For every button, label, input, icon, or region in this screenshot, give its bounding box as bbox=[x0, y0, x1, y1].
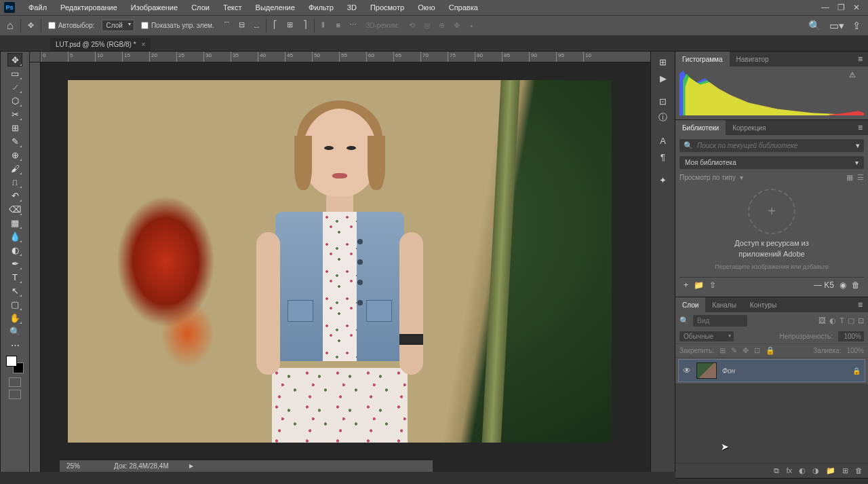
panel-menu-icon[interactable]: ≡ bbox=[852, 54, 868, 64]
tab-channels[interactable]: Каналы bbox=[705, 297, 743, 312]
align-top-icon[interactable]: ⎴ bbox=[221, 19, 233, 31]
close-tab-icon[interactable]: × bbox=[142, 41, 146, 48]
layer-name[interactable]: Фон bbox=[722, 367, 735, 375]
quick-select-tool[interactable]: ⬡ bbox=[7, 94, 22, 107]
layer-group-icon[interactable]: 📁 bbox=[826, 466, 835, 475]
fill-value[interactable]: 100% bbox=[846, 347, 864, 354]
tab-libraries[interactable]: Библиотеки bbox=[675, 120, 726, 135]
status-menu-icon[interactable]: ▶ bbox=[189, 463, 193, 469]
3d-pan-icon[interactable]: ⊕ bbox=[436, 20, 448, 32]
link-layers-icon[interactable]: ⧉ bbox=[774, 466, 779, 475]
tab-paths[interactable]: Контуры bbox=[743, 297, 783, 312]
styles-icon[interactable]: ✦ bbox=[656, 172, 671, 187]
adjustments-icon[interactable]: ⊞ bbox=[656, 54, 671, 69]
history-brush-tool[interactable]: ↶ bbox=[7, 189, 22, 202]
lock-all-icon[interactable]: 🔒 bbox=[766, 346, 775, 355]
library-search[interactable]: 🔍 ▾ bbox=[679, 139, 864, 152]
filter-pixel-icon[interactable]: 🖼 bbox=[818, 316, 826, 325]
sync-icon[interactable]: ◉ bbox=[840, 280, 846, 290]
healing-tool[interactable]: ⊕ bbox=[7, 148, 22, 162]
hand-tool[interactable]: ✋ bbox=[7, 311, 22, 324]
layer-locked-icon[interactable]: 🔒 bbox=[852, 367, 861, 375]
screenmode-icon[interactable] bbox=[9, 390, 21, 399]
panel-menu-icon[interactable]: ≡ bbox=[852, 123, 868, 132]
gradient-tool[interactable]: ▦ bbox=[7, 216, 22, 229]
align-hcenter-icon[interactable]: ⊞ bbox=[284, 19, 296, 31]
menu-window[interactable]: Окно bbox=[411, 3, 442, 12]
edit-toolbar[interactable]: ⋯ bbox=[7, 338, 22, 352]
pen-tool[interactable]: ✒ bbox=[7, 257, 22, 270]
workspace-switcher-icon[interactable]: ▭▾ bbox=[829, 20, 844, 32]
list-view-icon[interactable]: ☰ bbox=[857, 173, 864, 182]
layer-filter-input[interactable] bbox=[693, 315, 747, 327]
color-swatches[interactable] bbox=[6, 356, 24, 373]
menu-select[interactable]: Выделение bbox=[249, 3, 302, 12]
ruler-origin[interactable] bbox=[30, 52, 41, 62]
marquee-tool[interactable]: ▭ bbox=[7, 67, 22, 80]
show-controls-checkbox[interactable]: Показать упр. элем. bbox=[141, 22, 214, 29]
filter-shape-icon[interactable]: ▢ bbox=[848, 316, 854, 325]
upload-icon[interactable]: ⇧ bbox=[709, 280, 716, 290]
tab-layers[interactable]: Слои bbox=[675, 297, 705, 312]
3d-slide-icon[interactable]: ✥ bbox=[451, 20, 463, 32]
menu-file[interactable]: Файл bbox=[22, 3, 54, 12]
filter-adjust-icon[interactable]: ◐ bbox=[829, 316, 836, 325]
filter-smart-icon[interactable]: ⊡ bbox=[858, 316, 864, 325]
add-asset-button[interactable]: + bbox=[748, 189, 795, 234]
search-icon[interactable]: 🔍 bbox=[808, 20, 821, 32]
window-maximize-icon[interactable]: ❐ bbox=[837, 3, 845, 12]
filter-type-icon[interactable]: T bbox=[840, 316, 844, 325]
crop-tool[interactable]: ✂ bbox=[7, 107, 22, 121]
quickmask-icon[interactable] bbox=[9, 377, 21, 387]
brush-tool[interactable]: 🖌 bbox=[7, 162, 22, 175]
stamp-tool[interactable]: ⎍ bbox=[7, 175, 22, 189]
align-vcenter-icon[interactable]: ⊟ bbox=[236, 19, 248, 31]
ruler-vertical[interactable] bbox=[30, 62, 41, 472]
menu-layers[interactable]: Слои bbox=[184, 3, 216, 12]
zoom-tool[interactable]: 🔍 bbox=[7, 324, 22, 338]
home-icon[interactable]: ⌂ bbox=[7, 20, 14, 32]
align-right-icon[interactable]: ⎤ bbox=[299, 19, 311, 31]
layer-visibility-icon[interactable]: 👁 bbox=[683, 366, 691, 375]
info-icon[interactable]: ⓘ bbox=[656, 110, 671, 125]
menu-help[interactable]: Справка bbox=[442, 3, 485, 12]
histogram-warning-icon[interactable]: ⚠ bbox=[849, 71, 856, 79]
add-icon[interactable]: + bbox=[684, 280, 688, 290]
window-minimize-icon[interactable]: — bbox=[821, 3, 829, 12]
doc-size[interactable]: Док: 28,4M/28,4M bbox=[114, 462, 169, 470]
ruler-horizontal[interactable]: 05 1015 2025 3035 4045 5055 6065 7075 80… bbox=[41, 52, 650, 62]
eyedropper-tool[interactable]: ✎ bbox=[7, 134, 22, 148]
frame-tool[interactable]: ⊞ bbox=[7, 121, 22, 134]
move-tool-icon[interactable]: ✥ bbox=[28, 21, 34, 30]
menu-view[interactable]: Просмотр bbox=[363, 3, 411, 12]
character-icon[interactable]: A bbox=[656, 133, 671, 148]
new-layer-icon[interactable]: ⊞ bbox=[842, 466, 848, 475]
lock-brush-icon[interactable]: ✎ bbox=[731, 346, 737, 355]
lock-position-icon[interactable]: ✥ bbox=[743, 346, 749, 355]
autoselect-target-dropdown[interactable]: Слой bbox=[102, 20, 134, 31]
path-select-tool[interactable]: ↖ bbox=[7, 284, 22, 297]
lock-pixels-icon[interactable]: ⊞ bbox=[719, 346, 726, 355]
properties-icon[interactable]: ⊡ bbox=[656, 94, 671, 109]
search-dropdown-icon[interactable]: ▾ bbox=[856, 141, 860, 150]
tab-adjustments[interactable]: Коррекция bbox=[726, 120, 772, 135]
align-bottom-icon[interactable]: ⎵ bbox=[251, 19, 263, 31]
tab-navigator[interactable]: Навигатор bbox=[730, 52, 776, 67]
zoom-level[interactable]: 25% bbox=[66, 462, 94, 470]
folder-icon[interactable]: 📁 bbox=[694, 280, 704, 290]
delete-layer-icon[interactable]: 🗑 bbox=[855, 466, 863, 475]
distribute-h-icon[interactable]: ⫴ bbox=[317, 19, 330, 31]
actions-icon[interactable]: ▶ bbox=[656, 71, 671, 86]
panel-menu-icon[interactable]: ≡ bbox=[852, 300, 868, 310]
opacity-value[interactable]: 100% bbox=[838, 331, 864, 341]
menu-3d[interactable]: 3D bbox=[340, 3, 363, 12]
3d-camera-icon[interactable]: ▪ bbox=[466, 20, 478, 32]
type-tool[interactable]: T bbox=[7, 270, 22, 284]
dodge-tool[interactable]: ◐ bbox=[7, 243, 22, 257]
layer-fx-icon[interactable]: fx bbox=[786, 466, 792, 475]
share-icon[interactable]: ⇪ bbox=[852, 20, 861, 32]
blur-tool[interactable]: 💧 bbox=[7, 229, 22, 243]
layer-row[interactable]: 👁 Фон 🔒 bbox=[678, 359, 865, 382]
menu-filter[interactable]: Фильтр bbox=[302, 3, 340, 12]
lasso-tool[interactable]: ⟋ bbox=[7, 80, 22, 94]
